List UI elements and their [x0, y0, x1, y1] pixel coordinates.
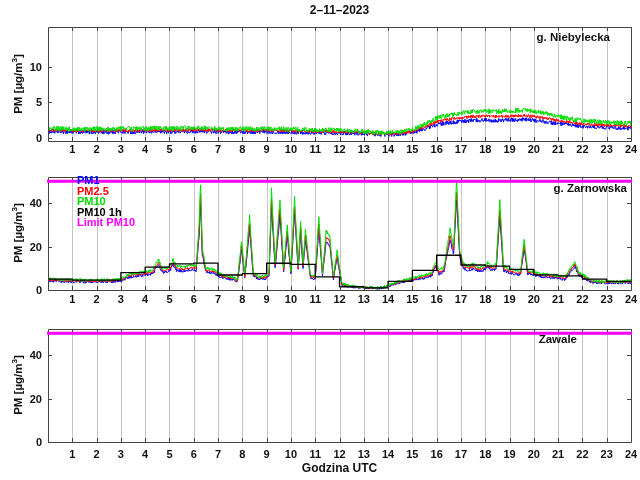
x-tick-label: 1 — [59, 293, 85, 305]
x-tick-label: 14 — [375, 143, 401, 155]
x-tick-label: 8 — [229, 143, 255, 155]
x-tick-label: 5 — [156, 143, 182, 155]
x-axis-label: Godzina UTC — [48, 461, 631, 475]
x-tick-label: 16 — [424, 293, 450, 305]
x-tick-label: 2 — [84, 143, 110, 155]
x-tick-label: 1 — [59, 143, 85, 155]
x-tick-label: 3 — [108, 293, 134, 305]
x-tick-label: 4 — [132, 143, 158, 155]
x-tick-label: 21 — [545, 293, 571, 305]
y-tick-label: 0 — [10, 132, 42, 144]
y-tick-label: 20 — [10, 241, 42, 253]
x-tick-label: 5 — [156, 293, 182, 305]
x-tick-label: 8 — [229, 293, 255, 305]
x-tick-label: 10 — [278, 293, 304, 305]
x-tick-label: 3 — [108, 448, 134, 460]
x-tick-label: 23 — [594, 293, 620, 305]
x-tick-label: 7 — [205, 448, 231, 460]
x-tick-label: 2 — [84, 448, 110, 460]
x-tick-label: 13 — [351, 143, 377, 155]
y-tick-label: 0 — [10, 436, 42, 448]
x-tick-label: 14 — [375, 293, 401, 305]
y-tick-label: 10 — [10, 61, 42, 73]
y-axis-label-panel3: PM [µg/m3] — [10, 325, 24, 445]
x-tick-label: 1 — [59, 448, 85, 460]
x-tick-label: 8 — [229, 448, 255, 460]
x-tick-label: 7 — [205, 293, 231, 305]
x-tick-label: 17 — [448, 143, 474, 155]
y-tick-label: 40 — [10, 197, 42, 209]
y-tick-label: 40 — [10, 349, 42, 361]
x-tick-label: 22 — [569, 293, 595, 305]
x-tick-label: 15 — [399, 143, 425, 155]
x-tick-label: 20 — [521, 448, 547, 460]
x-tick-label: 16 — [424, 448, 450, 460]
x-tick-label: 22 — [569, 143, 595, 155]
x-tick-label: 6 — [181, 293, 207, 305]
legend: PM1 PM2.5 PM10 PM10 1h Limit PM10 — [77, 175, 135, 228]
x-tick-label: 20 — [521, 143, 547, 155]
station-label-zawale: Zawale — [539, 333, 577, 345]
x-tick-label: 4 — [132, 448, 158, 460]
y-axis-label-text: PM [µg/m — [12, 211, 24, 262]
legend-item-limit-pm10: Limit PM10 — [77, 217, 135, 228]
x-tick-label: 11 — [302, 448, 328, 460]
x-tick-label: 12 — [327, 293, 353, 305]
legend-item-pm1: PM1 — [77, 175, 135, 186]
y-tick-label: 0 — [10, 284, 42, 296]
x-tick-label: 20 — [521, 293, 547, 305]
y-tick-label: 20 — [10, 393, 42, 405]
x-tick-label: 23 — [594, 448, 620, 460]
x-tick-label: 11 — [302, 293, 328, 305]
x-tick-label: 21 — [545, 448, 571, 460]
x-tick-label: 10 — [278, 143, 304, 155]
x-tick-label: 24 — [618, 293, 640, 305]
x-tick-label: 6 — [181, 143, 207, 155]
x-tick-label: 13 — [351, 448, 377, 460]
x-tick-label: 19 — [497, 143, 523, 155]
x-tick-label: 12 — [327, 143, 353, 155]
x-tick-label: 2 — [84, 293, 110, 305]
station-label-zarnowska: g. Zarnowska — [554, 182, 628, 194]
x-tick-label: 22 — [569, 448, 595, 460]
x-tick-label: 10 — [278, 448, 304, 460]
y-axis-label-text: PM [µg/m — [12, 363, 24, 414]
x-tick-label: 3 — [108, 143, 134, 155]
y-axis-label-close: ] — [12, 54, 24, 58]
x-tick-label: 11 — [302, 143, 328, 155]
x-tick-label: 13 — [351, 293, 377, 305]
x-tick-label: 24 — [618, 143, 640, 155]
x-tick-label: 19 — [497, 448, 523, 460]
x-tick-label: 16 — [424, 143, 450, 155]
x-tick-label: 23 — [594, 143, 620, 155]
x-tick-label: 18 — [472, 143, 498, 155]
x-tick-label: 21 — [545, 143, 571, 155]
x-tick-label: 18 — [472, 293, 498, 305]
chart-title: 2–11–2023 — [48, 3, 631, 17]
chart-canvas — [0, 0, 640, 480]
x-tick-label: 17 — [448, 293, 474, 305]
x-tick-label: 15 — [399, 448, 425, 460]
x-tick-label: 15 — [399, 293, 425, 305]
x-tick-label: 4 — [132, 293, 158, 305]
x-tick-label: 17 — [448, 448, 474, 460]
x-tick-label: 9 — [254, 143, 280, 155]
y-axis-label-panel2: PM [µg/m3] — [10, 173, 24, 293]
x-tick-label: 18 — [472, 448, 498, 460]
y-axis-label-panel1: PM [µg/m3] — [10, 24, 24, 144]
x-tick-label: 6 — [181, 448, 207, 460]
x-tick-label: 7 — [205, 143, 231, 155]
x-tick-label: 24 — [618, 448, 640, 460]
y-tick-label: 5 — [10, 96, 42, 108]
x-tick-label: 9 — [254, 293, 280, 305]
x-tick-label: 14 — [375, 448, 401, 460]
station-label-niebylecka: g. Niebylecka — [536, 31, 610, 43]
x-tick-label: 12 — [327, 448, 353, 460]
x-tick-label: 9 — [254, 448, 280, 460]
legend-item-pm10: PM10 — [77, 196, 135, 207]
x-tick-label: 5 — [156, 448, 182, 460]
x-tick-label: 19 — [497, 293, 523, 305]
